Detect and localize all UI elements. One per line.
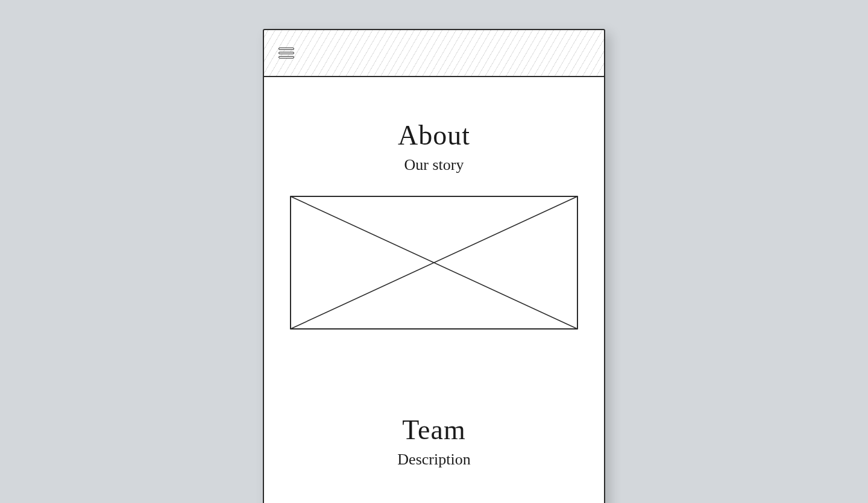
- about-subheading: Our story: [288, 156, 580, 174]
- team-heading: Team: [288, 414, 580, 446]
- team-subheading: Description: [288, 451, 580, 469]
- page-content[interactable]: About Our story Team Description: [264, 77, 604, 503]
- hamburger-icon[interactable]: [278, 48, 294, 58]
- about-section: About Our story: [264, 77, 604, 354]
- about-image-placeholder: [290, 196, 578, 330]
- about-heading: About: [288, 119, 580, 151]
- mobile-wireframe-frame: About Our story Team Description: [263, 29, 605, 503]
- team-section: Team Description: [264, 354, 604, 493]
- navbar: [264, 30, 604, 77]
